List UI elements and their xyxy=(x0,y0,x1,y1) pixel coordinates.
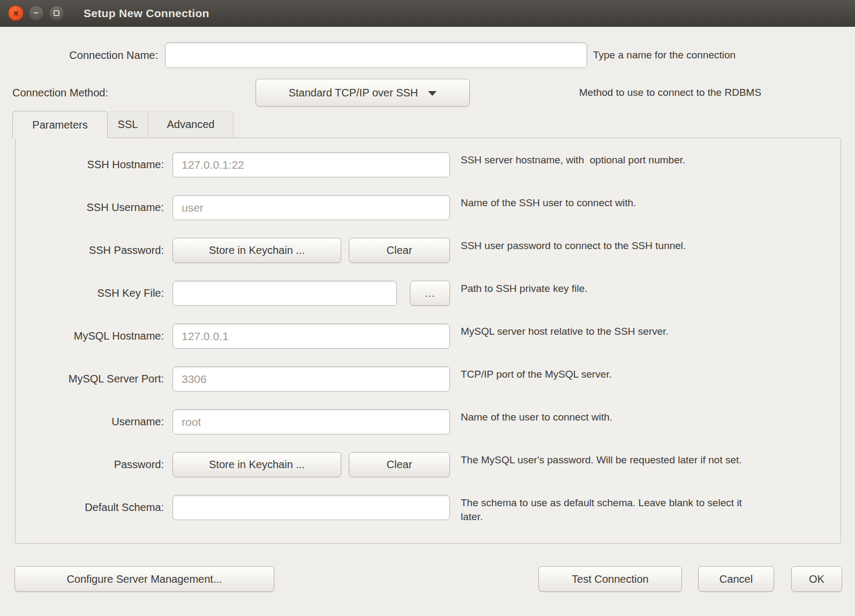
chevron-down-icon xyxy=(428,91,437,96)
ssh-username-row: SSH Username: Name of the SSH user to co… xyxy=(16,195,841,220)
ssh-password-row: SSH Password: Store in Keychain ... Clea… xyxy=(16,238,841,263)
ssh-username-label: SSH Username: xyxy=(16,195,164,220)
connection-name-label: Connection Name: xyxy=(0,42,158,68)
mysql-port-label: MySQL Server Port: xyxy=(16,366,164,392)
ssh-password-hint: SSH user password to connect to the SSH … xyxy=(461,238,686,253)
configure-server-management-button[interactable]: Configure Server Management... xyxy=(14,566,274,592)
ssh-hostname-label: SSH Hostname: xyxy=(16,152,164,177)
ssh-key-file-browse-button[interactable]: ... xyxy=(410,281,450,306)
username-hint: Name of the user to connect with. xyxy=(461,409,612,424)
password-label: Password: xyxy=(16,452,164,477)
password-hint: The MySQL user's password. Will be reque… xyxy=(461,452,742,467)
password-row: Password: Store in Keychain ... Clear Th… xyxy=(16,452,841,477)
connection-method-hint: Method to use to connect to the RDBMS xyxy=(579,87,761,99)
connection-method-label: Connection Method: xyxy=(0,87,256,99)
ssh-key-file-input[interactable] xyxy=(172,281,397,306)
default-schema-input[interactable] xyxy=(172,495,450,520)
ssh-hostname-input[interactable] xyxy=(172,152,450,177)
ssh-key-file-label: SSH Key File: xyxy=(16,281,164,306)
ssh-password-clear-button[interactable]: Clear xyxy=(349,238,450,263)
connection-method-row: Connection Method: Standard TCP/IP over … xyxy=(0,79,855,107)
ssh-hostname-row: SSH Hostname: SSH server hostname, with … xyxy=(16,152,841,177)
ssh-password-label: SSH Password: xyxy=(16,238,164,263)
password-store-keychain-button[interactable]: Store in Keychain ... xyxy=(172,452,341,477)
close-glyph: ✕ xyxy=(13,10,19,17)
tab-advanced[interactable]: Advanced xyxy=(148,111,234,138)
username-input[interactable] xyxy=(172,409,450,434)
titlebar: ✕ − Setup New Connection xyxy=(0,0,855,27)
tab-ssl[interactable]: SSL xyxy=(108,111,148,138)
connection-name-hint: Type a name for the connection xyxy=(593,49,736,61)
tab-parameters[interactable]: Parameters xyxy=(12,111,108,138)
connection-method-dropdown[interactable]: Standard TCP/IP over SSH xyxy=(256,79,470,107)
mysql-hostname-label: MySQL Hostname: xyxy=(16,324,164,349)
connection-method-value: Standard TCP/IP over SSH xyxy=(289,87,418,99)
mysql-hostname-row: MySQL Hostname: MySQL server host relati… xyxy=(16,324,841,349)
default-schema-hint: The schema to use as default schema. Lea… xyxy=(461,495,742,524)
close-icon[interactable]: ✕ xyxy=(8,5,24,21)
parameters-panel: SSH Hostname: SSH server hostname, with … xyxy=(15,138,841,544)
ssh-password-store-keychain-button[interactable]: Store in Keychain ... xyxy=(172,238,341,263)
default-schema-label: Default Schema: xyxy=(16,495,164,520)
ssh-hostname-hint: SSH server hostname, with optional port … xyxy=(461,152,685,167)
minimize-icon[interactable]: − xyxy=(28,5,44,21)
ssh-key-file-row: SSH Key File: ... Path to SSH private ke… xyxy=(16,281,841,306)
minimize-glyph: − xyxy=(34,9,39,18)
ok-button[interactable]: OK xyxy=(791,566,842,592)
connection-name-input[interactable] xyxy=(165,42,587,68)
window-title: Setup New Connection xyxy=(84,7,209,20)
username-row: Username: Name of the user to connect wi… xyxy=(16,409,841,434)
mysql-hostname-hint: MySQL server host relative to the SSH se… xyxy=(461,324,669,339)
mysql-port-hint: TCP/IP port of the MySQL server. xyxy=(461,366,612,381)
cancel-button[interactable]: Cancel xyxy=(698,566,774,592)
footer-bar: Configure Server Management... Test Conn… xyxy=(0,566,855,592)
default-schema-row: Default Schema: The schema to use as def… xyxy=(16,495,841,524)
connection-name-row: Connection Name: Type a name for the con… xyxy=(0,42,855,68)
ssh-key-file-hint: Path to SSH private key file. xyxy=(461,281,588,296)
maximize-glyph xyxy=(54,10,59,16)
ssh-username-input[interactable] xyxy=(172,195,450,220)
username-label: Username: xyxy=(16,409,164,434)
mysql-port-input[interactable] xyxy=(172,366,450,392)
password-clear-button[interactable]: Clear xyxy=(349,452,450,477)
test-connection-button[interactable]: Test Connection xyxy=(538,566,682,592)
mysql-port-row: MySQL Server Port: TCP/IP port of the My… xyxy=(16,366,841,392)
ssh-username-hint: Name of the SSH user to connect with. xyxy=(461,195,636,210)
mysql-hostname-input[interactable] xyxy=(172,324,450,349)
maximize-icon[interactable] xyxy=(49,5,64,21)
tab-bar: Parameters SSL Advanced xyxy=(12,111,855,138)
